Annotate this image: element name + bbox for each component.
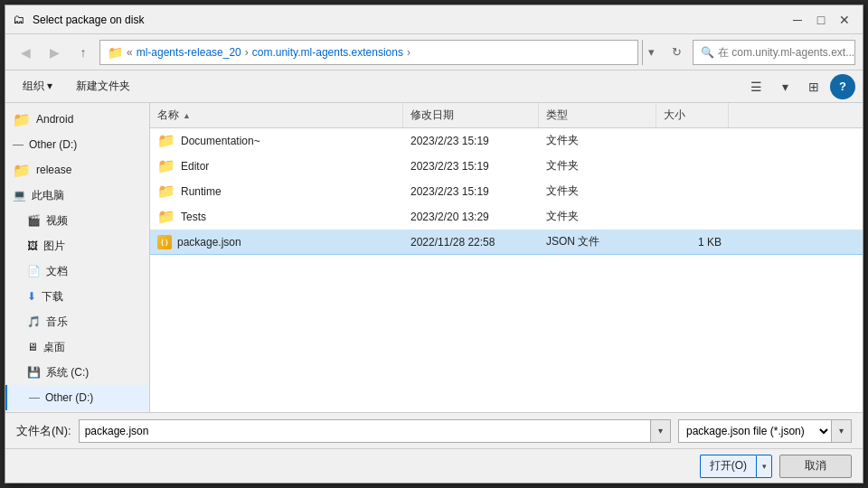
drive-dash-icon: — xyxy=(13,138,24,151)
view-dropdown-button[interactable]: ▾ xyxy=(772,74,797,99)
view-list-button[interactable]: ☰ xyxy=(743,74,769,99)
file-date-cell: 2022/11/28 22:58 xyxy=(403,236,539,249)
filename-input[interactable] xyxy=(79,419,651,443)
maximize-button[interactable]: □ xyxy=(810,9,832,31)
window-controls: ─ □ ✕ xyxy=(787,9,855,31)
folder-icon: 📁 xyxy=(13,162,31,179)
sidebar-item-label: 图片 xyxy=(43,239,65,254)
sidebar-item-videos[interactable]: 🎬 视频 xyxy=(5,208,149,233)
back-button[interactable]: ◀ xyxy=(13,40,38,65)
col-header-date[interactable]: 修改日期 xyxy=(403,103,539,127)
sidebar-item-android[interactable]: 📁 Android xyxy=(5,107,149,132)
col-header-name[interactable]: 名称 ▲ xyxy=(150,103,403,127)
file-date: 2023/2/23 15:19 xyxy=(410,135,489,147)
sidebar-item-label: release xyxy=(36,164,71,176)
sidebar-item-system-c[interactable]: 💾 系统 (C:) xyxy=(5,360,149,385)
table-row[interactable]: 📁 Editor 2023/2/23 15:19 文件夹 xyxy=(150,154,863,179)
close-button[interactable]: ✕ xyxy=(834,9,855,31)
file-type-cell: JSON 文件 xyxy=(539,234,656,249)
breadcrumb-item-2[interactable]: com.unity.ml-agents.extensions xyxy=(252,46,403,59)
downloads-icon: ⬇ xyxy=(27,290,36,303)
file-date-cell: 2023/2/20 13:29 xyxy=(403,211,539,223)
sidebar-item-other-d[interactable]: — Other (D:) xyxy=(5,132,149,157)
search-input[interactable] xyxy=(718,46,854,59)
file-date: 2023/2/23 15:19 xyxy=(410,160,489,173)
file-name-cell: 📁 Editor xyxy=(150,157,403,174)
filetype-wrap: package.json file (*.json) ▾ xyxy=(678,419,852,443)
cancel-button[interactable]: 取消 xyxy=(779,455,852,478)
file-date-cell: 2023/2/23 15:19 xyxy=(403,135,539,147)
search-icon: 🔍 xyxy=(701,46,714,59)
sidebar-item-this-pc[interactable]: 💻 此电脑 xyxy=(5,183,149,208)
filename-dropdown-button[interactable]: ▾ xyxy=(651,419,671,443)
video-icon: 🎬 xyxy=(27,214,41,227)
up-button[interactable]: ↑ xyxy=(71,40,96,65)
sidebar-item-label: 此电脑 xyxy=(32,188,64,203)
drive-dash-icon: — xyxy=(29,391,40,404)
json-icon: { } xyxy=(157,235,172,249)
file-dialog: 🗂 Select package on disk ─ □ ✕ ◀ ▶ ↑ 📁 «… xyxy=(5,5,863,483)
sidebar-item-label: 音乐 xyxy=(46,314,68,330)
toolbar: 组织 ▾ 新建文件夹 ☰ ▾ ⊞ ? xyxy=(5,70,863,103)
file-date-cell: 2023/2/23 15:19 xyxy=(403,160,539,173)
col-header-type[interactable]: 类型 xyxy=(539,103,656,127)
folder-icon: 📁 xyxy=(157,132,175,149)
new-folder-button[interactable]: 新建文件夹 xyxy=(66,74,140,99)
view-layout-button[interactable]: ⊞ xyxy=(801,74,826,99)
file-name-cell: 📁 Tests xyxy=(150,208,403,225)
help-button[interactable]: ? xyxy=(830,74,855,99)
drive-icon: 💾 xyxy=(27,366,41,379)
organize-button[interactable]: 组织 ▾ xyxy=(13,74,62,99)
table-row[interactable]: 📁 Runtime 2023/2/23 15:19 文件夹 xyxy=(150,179,863,204)
filename-label: 文件名(N): xyxy=(16,423,71,439)
open-button-split: 打开(O) ▾ xyxy=(700,455,772,478)
file-date: 2023/2/23 15:19 xyxy=(410,185,489,198)
file-name: Runtime xyxy=(181,185,222,198)
folder-icon: 📁 xyxy=(157,183,175,200)
dialog-title: Select package on disk xyxy=(33,14,787,26)
file-name: Editor xyxy=(181,160,209,173)
folder-icon: 📁 xyxy=(157,157,175,174)
sidebar-item-label: 文档 xyxy=(46,264,68,279)
folder-icon: 📁 xyxy=(157,208,175,225)
filetype-select[interactable]: package.json file (*.json) xyxy=(678,419,832,443)
sidebar-item-downloads[interactable]: ⬇ 下载 xyxy=(5,284,149,309)
file-type-cell: 文件夹 xyxy=(539,209,656,224)
table-row[interactable]: { } package.json 2022/11/28 22:58 JSON 文… xyxy=(150,230,863,255)
filetype-dropdown-button[interactable]: ▾ xyxy=(832,419,852,443)
open-button[interactable]: 打开(O) xyxy=(700,455,756,478)
breadcrumb-bar: 📁 « ml-agents-release_20 › com.unity.ml-… xyxy=(99,40,638,65)
sidebar-item-release[interactable]: 📁 release xyxy=(5,157,149,183)
open-dropdown-button[interactable]: ▾ xyxy=(756,455,772,478)
sidebar-item-documents[interactable]: 📄 文档 xyxy=(5,258,149,284)
file-date: 2022/11/28 22:58 xyxy=(410,236,495,249)
breadcrumb-item-1[interactable]: ml-agents-release_20 xyxy=(137,46,241,59)
sidebar-item-desktop[interactable]: 🖥 桌面 xyxy=(5,334,149,360)
sidebar-item-other-d2[interactable]: — Other (D:) xyxy=(5,385,149,410)
file-type: 文件夹 xyxy=(546,133,579,148)
sidebar-item-music[interactable]: 🎵 音乐 xyxy=(5,309,149,334)
desktop-icon: 🖥 xyxy=(27,341,38,353)
folder-icon: 📁 xyxy=(13,111,31,128)
refresh-button[interactable]: ↻ xyxy=(664,40,689,65)
file-type-cell: 文件夹 xyxy=(539,133,656,148)
minimize-button[interactable]: ─ xyxy=(787,9,808,31)
file-type-cell: 文件夹 xyxy=(539,183,656,199)
file-type: 文件夹 xyxy=(546,209,579,224)
file-type: JSON 文件 xyxy=(546,234,599,249)
forward-button[interactable]: ▶ xyxy=(42,40,67,65)
file-size-cell: 1 KB xyxy=(656,236,729,249)
sidebar-item-pictures[interactable]: 🖼 图片 xyxy=(5,233,149,258)
breadcrumb-dropdown-button[interactable]: ▾ xyxy=(642,40,660,65)
sidebar-item-label: 视频 xyxy=(46,213,68,229)
sidebar-item-label: 下载 xyxy=(42,289,63,305)
table-row[interactable]: 📁 Documentation~ 2023/2/23 15:19 文件夹 xyxy=(150,128,863,154)
music-icon: 🎵 xyxy=(27,315,41,328)
file-list: 📁 Documentation~ 2023/2/23 15:19 文件夹 📁 E… xyxy=(150,128,863,412)
search-bar: 🔍 xyxy=(693,40,855,65)
col-header-size[interactable]: 大小 xyxy=(656,103,729,127)
pictures-icon: 🖼 xyxy=(27,239,38,252)
sidebar-item-label: Android xyxy=(36,113,73,126)
table-row[interactable]: 📁 Tests 2023/2/20 13:29 文件夹 xyxy=(150,204,863,230)
dialog-icon: 🗂 xyxy=(13,13,27,27)
